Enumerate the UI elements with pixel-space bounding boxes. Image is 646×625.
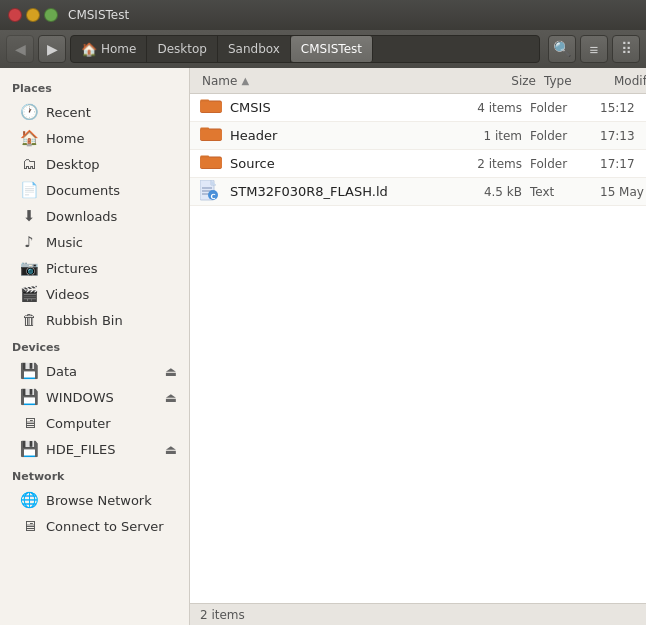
sidebar-label-browse: Browse Network	[46, 493, 177, 508]
column-type[interactable]: Type	[544, 74, 614, 88]
connect-server-icon: 🖥	[20, 517, 38, 535]
eject-data-icon[interactable]: ⏏	[165, 364, 177, 379]
file-name: Header	[230, 128, 460, 143]
sidebar-label-hde: HDE_FILES	[46, 442, 157, 457]
breadcrumb-current[interactable]: CMSISTest	[291, 36, 373, 62]
sidebar-item-data[interactable]: 💾 Data ⏏	[0, 358, 189, 384]
file-modified: 17:17	[600, 157, 646, 171]
status-text: 2 items	[200, 608, 245, 622]
column-type-label: Type	[544, 74, 572, 88]
sidebar-item-desktop[interactable]: 🗂 Desktop	[0, 151, 189, 177]
file-type: Folder	[530, 129, 600, 143]
breadcrumb-desktop-label: Desktop	[157, 42, 207, 56]
file-size: 2 items	[460, 157, 530, 171]
sidebar-item-downloads[interactable]: ⬇ Downloads	[0, 203, 189, 229]
sidebar-item-pictures[interactable]: 📷 Pictures	[0, 255, 189, 281]
sidebar-item-documents[interactable]: 📄 Documents	[0, 177, 189, 203]
sidebar-item-home[interactable]: 🏠 Home	[0, 125, 189, 151]
sidebar-label-videos: Videos	[46, 287, 177, 302]
videos-icon: 🎬	[20, 285, 38, 303]
documents-icon: 📄	[20, 181, 38, 199]
file-modified: 17:13	[600, 129, 646, 143]
file-modified: 15 May	[600, 185, 646, 199]
eject-hde-icon[interactable]: ⏏	[165, 442, 177, 457]
breadcrumb-home[interactable]: 🏠 Home	[71, 36, 147, 62]
breadcrumb-current-label: CMSISTest	[301, 42, 362, 56]
table-row[interactable]: C STM32F030R8_FLASH.ld 4.5 kB Text 15 Ma…	[190, 178, 646, 206]
grid-button[interactable]: ⠿	[612, 35, 640, 63]
places-header: Places	[0, 74, 189, 99]
file-type: Folder	[530, 101, 600, 115]
folder-icon	[200, 96, 224, 120]
file-size: 1 item	[460, 129, 530, 143]
sidebar-label-windows: WINDOWS	[46, 390, 157, 405]
eject-windows-icon[interactable]: ⏏	[165, 390, 177, 405]
sidebar-label-computer: Computer	[46, 416, 177, 431]
sidebar-item-windows[interactable]: 💾 WINDOWS ⏏	[0, 384, 189, 410]
statusbar: 2 items	[190, 603, 646, 625]
column-modified-label: Modified	[614, 74, 646, 88]
browse-network-icon: 🌐	[20, 491, 38, 509]
sidebar-item-recent[interactable]: 🕐 Recent	[0, 99, 189, 125]
svg-rect-8	[200, 157, 222, 168]
column-size-label: Size	[511, 74, 536, 88]
sidebar-item-connect-server[interactable]: 🖥 Connect to Server	[0, 513, 189, 539]
main-container: Places 🕐 Recent 🏠 Home 🗂 Desktop 📄 Docum…	[0, 68, 646, 625]
pictures-icon: 📷	[20, 259, 38, 277]
back-button[interactable]: ◀	[6, 35, 34, 63]
text-file-icon: C	[200, 180, 224, 204]
forward-button[interactable]: ▶	[38, 35, 66, 63]
svg-text:C: C	[210, 192, 215, 200]
toolbar-actions: 🔍 ≡ ⠿	[548, 35, 640, 63]
menu-button[interactable]: ≡	[580, 35, 608, 63]
hde-drive-icon: 💾	[20, 440, 38, 458]
sidebar-item-music[interactable]: ♪ Music	[0, 229, 189, 255]
breadcrumb-desktop[interactable]: Desktop	[147, 36, 218, 62]
file-type: Text	[530, 185, 600, 199]
table-row[interactable]: CMSIS 4 items Folder 15:12	[190, 94, 646, 122]
sidebar-label-home: Home	[46, 131, 177, 146]
home-icon: 🏠	[81, 42, 97, 57]
file-size: 4 items	[460, 101, 530, 115]
sidebar-item-videos[interactable]: 🎬 Videos	[0, 281, 189, 307]
maximize-button[interactable]	[44, 8, 58, 22]
sidebar-label-desktop: Desktop	[46, 157, 177, 172]
file-name: Source	[230, 156, 460, 171]
column-size[interactable]: Size	[474, 74, 544, 88]
sidebar-label-data: Data	[46, 364, 157, 379]
sidebar-label-rubbish: Rubbish Bin	[46, 313, 177, 328]
minimize-button[interactable]	[26, 8, 40, 22]
search-button[interactable]: 🔍	[548, 35, 576, 63]
svg-rect-5	[200, 129, 222, 140]
breadcrumb-home-label: Home	[101, 42, 136, 56]
column-modified[interactable]: Modified	[614, 74, 646, 88]
sidebar-item-browse-network[interactable]: 🌐 Browse Network	[0, 487, 189, 513]
music-icon: ♪	[20, 233, 38, 251]
table-row[interactable]: Source 2 items Folder 17:17	[190, 150, 646, 178]
windows-drive-icon: 💾	[20, 388, 38, 406]
file-size: 4.5 kB	[460, 185, 530, 199]
sidebar-item-rubbish[interactable]: 🗑 Rubbish Bin	[0, 307, 189, 333]
toolbar: ◀ ▶ 🏠 Home Desktop Sandbox CMSISTest 🔍 ≡…	[0, 30, 646, 68]
breadcrumb-sandbox[interactable]: Sandbox	[218, 36, 291, 62]
sidebar-label-documents: Documents	[46, 183, 177, 198]
sidebar-label-connect: Connect to Server	[46, 519, 177, 534]
table-row[interactable]: Header 1 item Folder 17:13	[190, 122, 646, 150]
devices-header: Devices	[0, 333, 189, 358]
sort-arrow-icon: ▲	[241, 75, 249, 86]
column-name[interactable]: Name ▲	[194, 74, 474, 88]
sidebar-item-computer[interactable]: 🖥 Computer	[0, 410, 189, 436]
network-header: Network	[0, 462, 189, 487]
column-name-label: Name	[202, 74, 237, 88]
home-icon: 🏠	[20, 129, 38, 147]
sidebar-label-downloads: Downloads	[46, 209, 177, 224]
recent-icon: 🕐	[20, 103, 38, 121]
file-list-header: Name ▲ Size Type Modified	[190, 68, 646, 94]
sidebar: Places 🕐 Recent 🏠 Home 🗂 Desktop 📄 Docum…	[0, 68, 190, 625]
close-button[interactable]	[8, 8, 22, 22]
sidebar-label-pictures: Pictures	[46, 261, 177, 276]
downloads-icon: ⬇	[20, 207, 38, 225]
folder-icon	[200, 152, 224, 176]
sidebar-item-hde[interactable]: 💾 HDE_FILES ⏏	[0, 436, 189, 462]
file-type: Folder	[530, 157, 600, 171]
